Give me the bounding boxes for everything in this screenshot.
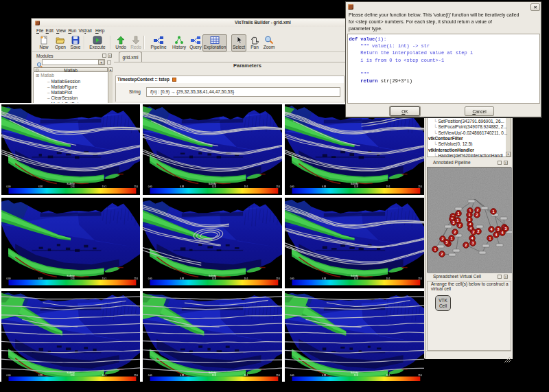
svg-text:2: 2 — [458, 223, 460, 227]
svg-text:2: 2 — [441, 252, 443, 256]
svg-text:3: 3 — [471, 241, 474, 245]
svg-text:1: 1 — [434, 247, 436, 251]
svg-text:2: 2 — [472, 230, 474, 234]
svg-text:1: 1 — [492, 209, 494, 214]
svg-text:1: 1 — [468, 213, 470, 217]
svg-text:1: 1 — [457, 211, 459, 216]
svg-text:2: 2 — [476, 213, 478, 217]
svg-text:5: 5 — [445, 240, 447, 244]
svg-text:1: 1 — [450, 236, 452, 240]
svg-text:1: 1 — [489, 236, 491, 240]
svg-text:2: 2 — [465, 243, 467, 247]
svg-text:2: 2 — [441, 237, 443, 241]
svg-text:1: 1 — [456, 218, 458, 222]
svg-text:3: 3 — [497, 227, 499, 231]
svg-text:3: 3 — [504, 227, 506, 231]
svg-text:3: 3 — [452, 220, 454, 224]
svg-text:2: 2 — [476, 208, 478, 212]
svg-text:2: 2 — [454, 230, 456, 234]
svg-text:3: 3 — [468, 218, 470, 222]
svg-text:2: 2 — [477, 229, 479, 233]
